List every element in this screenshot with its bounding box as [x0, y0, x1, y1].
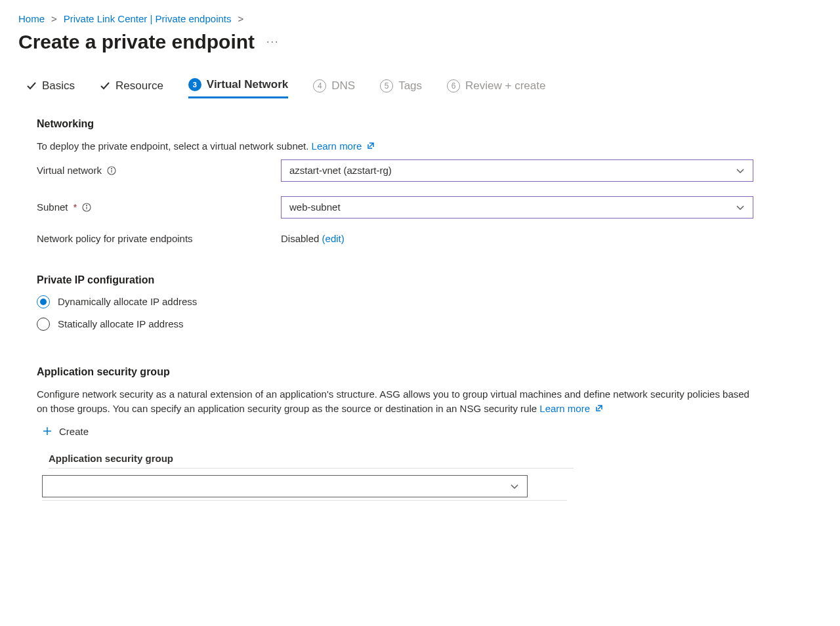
info-icon[interactable] — [82, 203, 91, 212]
network-policy-label: Network policy for private endpoints — [37, 233, 281, 244]
svg-point-5 — [87, 205, 87, 205]
wizard-tabs: Basics Resource 3 Virtual Network 4 DNS … — [26, 78, 822, 98]
step-number-badge: 4 — [313, 79, 326, 93]
tab-resource[interactable]: Resource — [100, 79, 163, 98]
virtual-network-label: Virtual network — [37, 165, 281, 176]
external-link-icon — [595, 402, 603, 417]
ip-config-heading: Private IP configuration — [37, 274, 759, 286]
network-policy-value: Disabled (edit) — [281, 233, 345, 244]
ip-allocation-radio-group: Dynamically allocate IP address Statical… — [37, 295, 759, 331]
select-value: web-subnet — [289, 201, 341, 213]
chevron-right-icon: > — [238, 13, 243, 24]
tab-label: Resource — [116, 79, 163, 93]
subnet-select[interactable]: web-subnet — [281, 196, 753, 219]
tab-label: Tags — [398, 79, 422, 93]
external-link-icon — [367, 139, 375, 154]
required-indicator: * — [74, 201, 77, 213]
asg-description: Configure network security as a natural … — [37, 387, 759, 417]
plus-icon — [42, 426, 52, 436]
chevron-down-icon — [736, 203, 745, 212]
tab-basics[interactable]: Basics — [26, 79, 75, 98]
radio-button-icon — [37, 318, 50, 331]
breadcrumb-private-link-center[interactable]: Private Link Center | Private endpoints — [64, 13, 232, 24]
chevron-down-icon — [510, 482, 519, 491]
asg-heading: Application security group — [37, 366, 759, 378]
step-number-badge: 5 — [380, 79, 393, 93]
asg-select[interactable] — [42, 475, 528, 497]
tab-label: Review + create — [465, 79, 545, 93]
virtual-network-select[interactable]: azstart-vnet (azstart-rg) — [281, 159, 753, 182]
radio-static-ip[interactable]: Statically allocate IP address — [37, 318, 759, 331]
tab-dns[interactable]: 4 DNS — [313, 79, 355, 98]
step-number-badge: 3 — [188, 78, 201, 91]
check-icon — [100, 81, 110, 91]
edit-policy-link[interactable]: (edit) — [322, 233, 345, 244]
breadcrumb-home[interactable]: Home — [18, 13, 45, 24]
step-number-badge: 6 — [447, 79, 460, 93]
radio-label: Dynamically allocate IP address — [58, 296, 197, 307]
radio-dynamic-ip[interactable]: Dynamically allocate IP address — [37, 295, 759, 308]
networking-description: To deploy the private endpoint, select a… — [37, 139, 759, 154]
learn-more-link[interactable]: Learn more — [312, 140, 375, 152]
select-value: azstart-vnet (azstart-rg) — [289, 165, 392, 176]
learn-more-link[interactable]: Learn more — [539, 403, 603, 414]
chevron-down-icon — [736, 166, 745, 175]
subnet-label: Subnet * — [37, 201, 281, 213]
radio-button-icon — [37, 295, 50, 308]
svg-point-2 — [111, 168, 112, 169]
check-icon — [26, 81, 37, 91]
networking-heading: Networking — [37, 118, 759, 130]
tab-tags[interactable]: 5 Tags — [380, 79, 422, 98]
tab-label: Virtual Network — [207, 78, 288, 91]
tab-label: Basics — [42, 79, 75, 93]
info-icon[interactable] — [107, 166, 116, 175]
tab-label: DNS — [331, 79, 355, 93]
page-title: Create a private endpoint — [18, 31, 255, 53]
breadcrumb: Home > Private Link Center | Private end… — [18, 13, 822, 24]
asg-column-header: Application security group — [49, 453, 574, 469]
tab-virtual-network[interactable]: 3 Virtual Network — [188, 78, 288, 98]
tab-review-create[interactable]: 6 Review + create — [447, 79, 545, 98]
chevron-right-icon: > — [51, 13, 57, 24]
radio-label: Statically allocate IP address — [58, 318, 184, 329]
more-actions-icon[interactable]: ··· — [266, 36, 279, 48]
create-label: Create — [59, 426, 89, 437]
create-asg-button[interactable]: Create — [42, 426, 89, 437]
